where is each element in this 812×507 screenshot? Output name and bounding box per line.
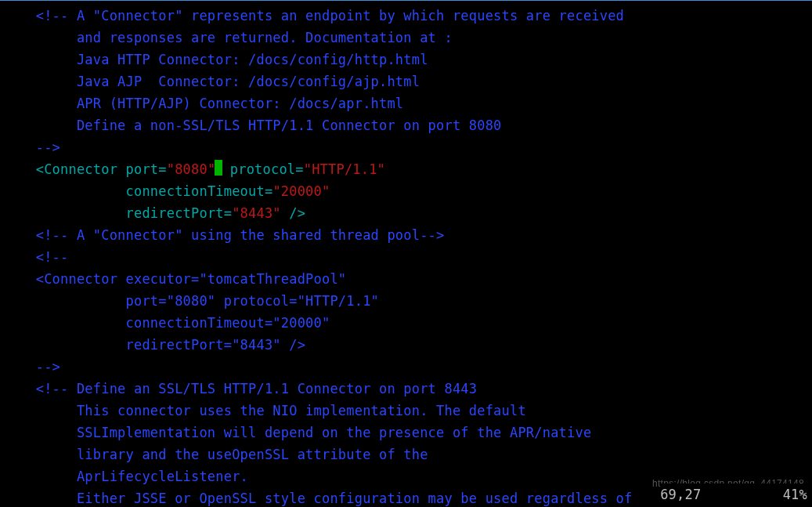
comment-line: AprLifecycleListener. [3, 469, 248, 484]
attr-name: redirectPort [126, 205, 224, 221]
comment-line: APR (HTTP/AJP) Connector: /docs/apr.html [3, 96, 403, 111]
indent-pad [3, 205, 126, 221]
code-line-connector-close: redirectPort="8443" /> [3, 205, 305, 221]
comment-line: SSLImplementation will depend on the pre… [3, 425, 591, 440]
attr-name: protocol [222, 161, 295, 177]
code-line-connector-open: <Connector port="8080" protocol="HTTP/1.… [3, 161, 385, 177]
comment-line: port="8080" protocol="HTTP/1.1" [3, 293, 379, 309]
status-gap [701, 487, 782, 502]
attr-name: port [126, 161, 159, 177]
tag-close-delim: /> [281, 205, 305, 221]
comment-line: <!-- A "Connector" represents an endpoin… [3, 8, 624, 24]
equals-sign: = [224, 205, 232, 221]
attr-value: "8080" [167, 161, 216, 177]
equals-sign: = [158, 161, 166, 177]
comment-line: Define a non-SSL/TLS HTTP/1.1 Connector … [3, 118, 502, 133]
tag-name: Connector [44, 161, 125, 177]
editor-status-bar: 69,27 41% [660, 483, 812, 507]
cursor-position: 69,27 [660, 487, 701, 502]
attr-value: "20000" [272, 183, 330, 199]
comment-line: <!-- [3, 249, 68, 265]
terminal-editor-view[interactable]: <!-- A "Connector" represents an endpoin… [0, 0, 812, 507]
equals-sign: = [295, 161, 303, 177]
comment-line: Java AJP Connector: /docs/config/ajp.htm… [3, 74, 420, 89]
scroll-percent: 41% [783, 487, 807, 502]
equals-sign: = [265, 183, 272, 199]
comment-line: --> [3, 139, 60, 155]
comment-line: <!-- Define an SSL/TLS HTTP/1.1 Connecto… [3, 381, 477, 397]
attr-value: "HTTP/1.1" [304, 161, 385, 177]
comment-line: connectionTimeout="20000" [3, 315, 330, 331]
indent-pad [3, 183, 126, 199]
comment-line: redirectPort="8443" /> [3, 337, 305, 353]
comment-line: library and the useOpenSSL attribute of … [3, 447, 428, 462]
comment-line: Java HTTP Connector: /docs/config/http.h… [3, 52, 428, 67]
comment-line: Either JSSE or OpenSSL style configurati… [3, 491, 632, 506]
comment-line: <!-- A "Connector" using the shared thre… [3, 227, 444, 243]
attr-name: connectionTimeout [126, 183, 265, 199]
comment-line: This connector uses the NIO implementati… [3, 403, 526, 418]
code-line-connector-cont: connectionTimeout="20000" [3, 183, 330, 199]
comment-line: <Connector executor="tomcatThreadPool" [3, 271, 346, 287]
tag-open-delim: < [3, 161, 44, 177]
comment-line: and responses are returned. Documentatio… [3, 30, 453, 45]
comment-line: --> [3, 359, 60, 375]
attr-value: "8443" [232, 205, 281, 221]
